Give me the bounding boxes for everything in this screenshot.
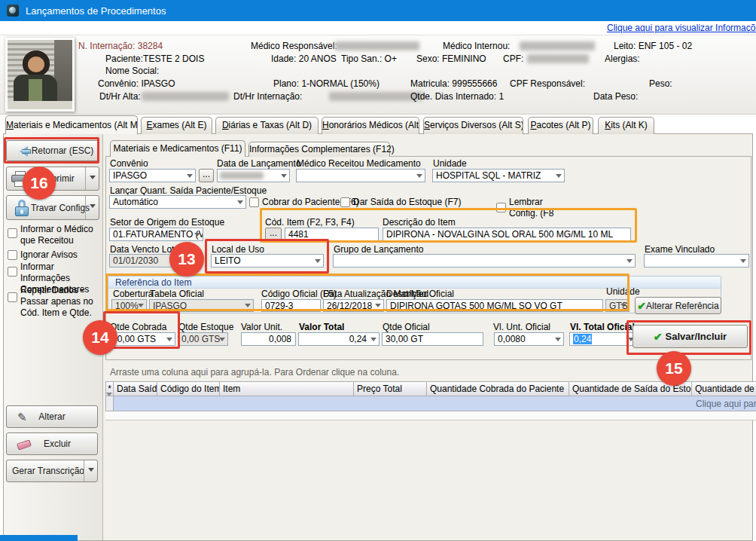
vl-unt-oficial-combo[interactable]: 0,0080 (494, 332, 564, 346)
internacao-field: N. Internação: 38284 (78, 41, 163, 51)
sexo-field: Sexo: FEMININO (416, 53, 486, 64)
qtde-oficial-field[interactable]: 30,00 GT (382, 332, 483, 346)
window-title: Lançamentos de Procedimentos (26, 5, 166, 17)
convenio-combo[interactable]: IPASGO (109, 169, 196, 182)
checkbox-cobrar-paciente[interactable] (249, 197, 259, 207)
tipo-sanguineo-field: Tipo San.: O+ (341, 53, 397, 64)
travar-configs-button[interactable]: Travar Configs (6, 195, 99, 220)
dthr-alta-value-redacted (142, 92, 229, 101)
excluir-button[interactable]: Excluir (6, 432, 98, 455)
photo-shirt (29, 79, 42, 103)
travar-configs-dropdown[interactable] (85, 196, 99, 219)
lancar-quant-combo[interactable]: Automático (109, 195, 246, 209)
grid-new-row[interactable] (114, 396, 756, 411)
tab-diarias-taxas[interactable]: Diárias e Taxas (Alt D) (215, 117, 319, 134)
annotation-circle-15: 15 (657, 351, 691, 386)
checkbox-ignorar-avisos[interactable] (8, 250, 17, 260)
qtde-oficial-label: Qtde Oficial (383, 322, 430, 332)
valor-unit-label: Valor Unit. (241, 322, 282, 332)
checkbox-lembrar-config-label1[interactable]: Lembrar (509, 197, 543, 208)
checkbox-informar-medico[interactable] (8, 228, 17, 238)
photo-face (28, 57, 44, 72)
data-lancamento-value-redacted (220, 172, 264, 179)
gerar-transcricao-dropdown[interactable] (84, 460, 97, 481)
annotation-box-local-uso (205, 239, 329, 274)
checkbox-dar-saida-label[interactable]: Dar Saída do Estoque (F7) (353, 197, 461, 208)
qtde-estoque-label: Qtde Estoque (178, 322, 233, 332)
tab-exames[interactable]: Exames (Alt E) (141, 117, 212, 134)
nome-social-label: Nome Social: (105, 66, 159, 76)
qtde-estoque-combo[interactable]: 0,00 GTS (178, 332, 228, 346)
tab-kits[interactable]: Kits (Alt K) (598, 117, 654, 134)
medico-responsavel-value-redacted (335, 41, 419, 50)
annotation-box-cod-item (260, 208, 637, 243)
checkbox-repetir-dados-label[interactable]: Repetir Dados - Passar apenas no Cód. It… (20, 285, 102, 319)
checkbox-dar-saida[interactable] (340, 197, 350, 207)
checkbox-repetir-dados[interactable] (8, 292, 17, 302)
imprimir-dropdown[interactable] (85, 167, 99, 190)
background-window-edge (0, 535, 78, 541)
paciente-field: Paciente:TESTE 2 DOIS (105, 53, 204, 64)
setor-origem-combo[interactable]: 01.FATURAMENTO (VIRT (109, 228, 203, 241)
unidade-combo[interactable]: HOSPITAL SQL - MATRIZ (432, 169, 565, 182)
grupo-lancamento-combo[interactable] (333, 254, 636, 267)
checkbox-ignorar-avisos-label[interactable]: Ignorar Avisos (20, 249, 100, 261)
data-lancamento-label: Data de Lançamento (217, 158, 300, 169)
app-icon (7, 5, 19, 17)
grupo-lancamento-label: Grupo de Lançamento (334, 244, 423, 255)
plano-field: Plano: 1-NORMAL (150%) (273, 78, 380, 89)
grid-col-data-saida[interactable]: Data Saída (114, 381, 157, 396)
convenio-more-button[interactable]: ... (199, 169, 214, 182)
gerar-transcricao-button[interactable]: Gerar Transcrição (6, 460, 98, 482)
exame-vinculado-label: Exame Vinculado (645, 244, 715, 255)
patient-photo (5, 38, 75, 112)
alterar-button[interactable]: ✎ Alterar (6, 405, 98, 428)
setor-origem-label: Setor de Origem do Estoque (110, 217, 224, 228)
medico-receitou-combo[interactable] (296, 169, 425, 182)
tab-materiais-medicamentos[interactable]: Materiais e Medicamentos (Alt M) (5, 115, 138, 134)
peso-label: Peso: (649, 78, 672, 89)
tab-informacoes-f12[interactable]: Informações Complementares (F12) (248, 142, 390, 157)
data-peso-label: Data Peso: (593, 91, 638, 102)
idade-field: Idade: 20 ANOS (271, 53, 337, 64)
grid-filter-indicator (105, 396, 114, 411)
tab-materiais-f11[interactable]: Materiais e Medicamentos (F11) (110, 140, 245, 157)
valor-unit-field[interactable]: 0,008 (241, 332, 296, 346)
cpf-responsavel-label: CPF Responsável: (510, 78, 585, 89)
lancar-quant-label: Lançar Quant. Saída Paciente/Estoque (110, 185, 267, 196)
grid-col-codigo-item[interactable]: Código do Item (157, 381, 220, 396)
tab-pacotes[interactable]: Pacotes (Alt P) (528, 117, 593, 134)
visualizar-informacoes-link[interactable]: Clique aqui para visualizar Informações … (607, 23, 756, 33)
valor-total-combo[interactable]: 0,24 (298, 332, 380, 346)
cpf-label: CPF: (503, 53, 523, 64)
convenio-form-label: Convênio (110, 158, 148, 169)
valor-total-label: Valor Total (299, 322, 344, 332)
annotation-circle-16: 16 (23, 167, 56, 200)
matricula-field: Matricula: 999555666 (410, 78, 497, 89)
annotation-box-referencia (105, 274, 629, 311)
annotation-box-retornar (4, 137, 99, 164)
funnel-icon (106, 393, 112, 410)
tab-servicos-diversos[interactable]: Serviços Diversos (Alt S) (423, 117, 523, 134)
grid-col-qtd-sa[interactable]: Quantidade de Sa (692, 381, 756, 396)
grid-col-preco-total[interactable]: Preço Total (354, 381, 427, 396)
data-lancamento-combo[interactable] (217, 169, 290, 182)
checkbox-informar-medico-label[interactable]: Informar o Médico que Receitou (20, 224, 100, 246)
exame-vinculado-combo[interactable] (644, 254, 749, 267)
medico-internou-value-redacted (520, 41, 595, 50)
alterar-referencia-button[interactable]: ✔ Alterar Referência (635, 297, 721, 314)
grid-col-qtd-cobrada[interactable]: Quantidade Cobrada do Paciente (427, 381, 569, 396)
cpf-value-redacted (527, 54, 589, 63)
dthr-internacao-label: Dt/Hr Internação: (233, 91, 302, 102)
grid-empty-row (105, 411, 756, 420)
titlebar: Lançamentos de Procedimentos (0, 0, 756, 21)
tab-honorarios-medicos[interactable]: Honorários Médicos (Alt H) (322, 117, 419, 134)
convenio-field: Convênio: IPASGO (98, 78, 175, 89)
pencil-icon: ✎ (17, 411, 27, 423)
vl-unt-oficial-label: Vl. Unt. Oficial (493, 322, 550, 332)
checkbox-informar-informacoes[interactable] (8, 267, 17, 277)
eraser-icon (17, 439, 32, 450)
annotation-circle-13: 13 (169, 242, 204, 277)
grid-new-row-hint: Clique aqui para (696, 399, 756, 409)
grid-col-item[interactable]: Item (220, 381, 354, 396)
